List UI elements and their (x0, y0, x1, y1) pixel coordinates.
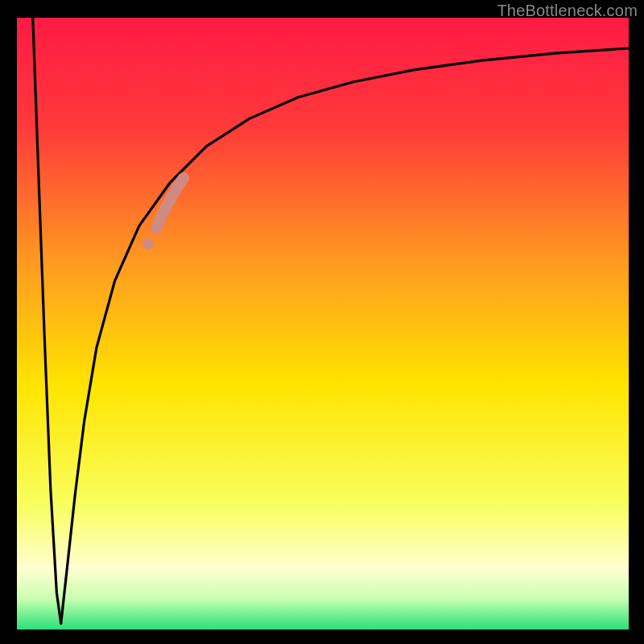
highlight-dot (142, 238, 154, 250)
plot-area (17, 18, 629, 630)
gradient-background (17, 18, 629, 630)
chart-frame: TheBottleneck.com (0, 0, 644, 644)
plot-svg (17, 18, 629, 630)
watermark-text: TheBottleneck.com (497, 2, 638, 20)
